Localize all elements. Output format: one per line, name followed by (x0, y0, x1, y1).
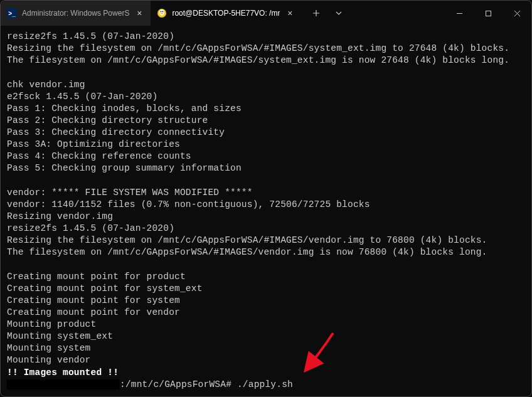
powershell-icon: >_ (7, 8, 17, 18)
new-tab-button[interactable] (306, 3, 326, 23)
terminal-line: chk vendor.img (7, 79, 525, 91)
titlebar: >_ Administrator: Windows PowerS × root@… (1, 1, 531, 26)
svg-point-2 (161, 11, 162, 13)
close-icon[interactable]: × (285, 8, 295, 18)
svg-rect-4 (486, 11, 491, 16)
terminal-line: Creating mount point for product (7, 271, 525, 283)
tab-actions (301, 1, 354, 26)
terminal-line: The filesystem on /mnt/c/GAppsForWSA/#IM… (7, 55, 525, 66)
terminal-line: resize2fs 1.45.5 (07-Jan-2020) (7, 223, 525, 235)
terminal-line-mounted: !! Images mounted !! (7, 367, 525, 379)
terminal-line: The filesystem on /mnt/c/GAppsForWSA/#IM… (7, 246, 525, 258)
titlebar-drag-area[interactable] (354, 1, 445, 26)
terminal-line (7, 175, 525, 187)
tab-dropdown-button[interactable] (329, 3, 349, 23)
tab-linux[interactable]: root@DESKTOP-5HE77VO: /mn × (151, 1, 301, 26)
terminal-line: e2fsck 1.45.5 (07-Jan-2020) (7, 91, 525, 103)
terminal-line (7, 258, 525, 270)
terminal-line: Creating mount point for system (7, 295, 525, 307)
redacted-hostname (7, 379, 120, 389)
terminal-line: Creating mount point for system_ext (7, 283, 525, 295)
terminal-line: resize2fs 1.45.5 (07-Jan-2020) (7, 31, 525, 43)
terminal-line: Pass 4: Checking reference counts (7, 151, 525, 162)
terminal-line: Resizing vendor.img (7, 211, 525, 223)
prompt-line: :/mnt/c/GAppsForWSA# ./apply.sh (7, 379, 525, 391)
terminal-line: Mounting vendor (7, 354, 525, 366)
terminal-line: Pass 3: Checking directory connectivity (7, 127, 525, 139)
prompt-command: ./apply.sh (237, 379, 293, 391)
terminal-line: Resizing the filesystem on /mnt/c/GAppsF… (7, 43, 525, 55)
terminal-line (7, 66, 525, 78)
tab-powershell[interactable]: >_ Administrator: Windows PowerS × (1, 1, 151, 26)
tab-title: Administrator: Windows PowerS (22, 9, 129, 18)
window-controls (445, 1, 531, 26)
terminal-line: Mounting system_ext (7, 331, 525, 342)
terminal-line: vendor: ***** FILE SYSTEM WAS MODIFIED *… (7, 187, 525, 199)
tab-title: root@DESKTOP-5HE77VO: /mn (172, 9, 280, 18)
close-button[interactable] (503, 1, 531, 26)
terminal-line: Pass 5: Checking group summary informati… (7, 162, 525, 174)
maximize-button[interactable] (474, 1, 503, 26)
terminal-output[interactable]: resize2fs 1.45.5 (07-Jan-2020)Resizing t… (1, 26, 531, 396)
tabs-container: >_ Administrator: Windows PowerS × root@… (1, 1, 301, 26)
svg-point-1 (159, 9, 164, 16)
close-icon[interactable]: × (134, 8, 144, 18)
minimize-button[interactable] (445, 1, 474, 26)
terminal-line: Resizing the filesystem on /mnt/c/GAppsF… (7, 235, 525, 246)
svg-point-3 (162, 11, 164, 13)
terminal-line: Pass 2: Checking directory structure (7, 115, 525, 127)
terminal-line: vendor: 1140/1152 files (0.7% non-contig… (7, 199, 525, 211)
terminal-line: Mounting product (7, 319, 525, 331)
terminal-line: Creating mount point for vendor (7, 307, 525, 319)
prompt-path: :/mnt/c/GAppsForWSA# (120, 379, 237, 391)
linux-icon (157, 8, 167, 18)
terminal-line: Mounting system (7, 342, 525, 354)
terminal-line: Pass 1: Checking inodes, blocks, and siz… (7, 103, 525, 115)
terminal-line: Pass 3A: Optimizing directories (7, 139, 525, 151)
